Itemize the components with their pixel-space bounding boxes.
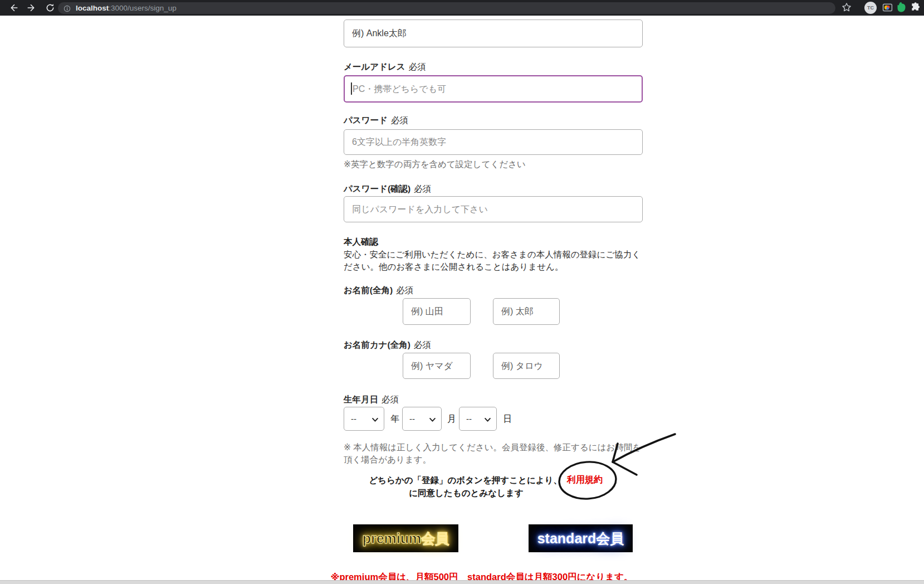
password-label: パスワード必須 xyxy=(344,115,408,126)
year-unit: 年 xyxy=(390,413,399,425)
browser-toolbar: localhost:3000/users/sign_up TC xyxy=(0,0,924,16)
text-caret xyxy=(351,82,352,95)
extension-evernote-icon[interactable] xyxy=(896,2,907,16)
birth-day-select[interactable]: -- xyxy=(459,407,497,431)
required-badge: 必須 xyxy=(409,62,426,71)
required-badge: 必須 xyxy=(414,184,431,193)
email-input[interactable] xyxy=(344,75,643,103)
terms-of-service-link[interactable]: 利用規約 xyxy=(567,474,603,486)
required-badge: 必須 xyxy=(382,395,399,404)
day-unit: 日 xyxy=(503,413,512,425)
chevron-down-icon xyxy=(485,414,491,424)
extensions-puzzle-icon[interactable] xyxy=(910,2,921,15)
birth-month-select[interactable]: -- xyxy=(402,407,442,431)
password-hint: ※英字と数字の両方を含めて設定してください xyxy=(344,159,526,171)
identity-description: 安心・安全にご利用いただくために、お客さまの本人情報の登録にご協力ください。他の… xyxy=(344,249,644,273)
name-kana-label: お名前カナ(全角)必須 xyxy=(344,339,431,351)
url-host: localhost xyxy=(76,4,109,12)
bookmark-star-icon[interactable] xyxy=(841,2,852,15)
signup-page: メールアドレス必須 パスワード必須 ※英字と数字の両方を含めて設定してください … xyxy=(0,16,924,584)
reload-icon[interactable] xyxy=(45,3,55,13)
password-confirm-input[interactable] xyxy=(344,196,643,222)
birthdate-label: 生年月日必須 xyxy=(344,394,399,406)
agreement-line1: どちらかの「登録」のボタンを押すことにより、 xyxy=(344,475,562,486)
family-kana-input[interactable] xyxy=(403,353,471,379)
agreement-line2: に同意したものとみなします xyxy=(344,488,589,499)
forward-icon[interactable] xyxy=(27,3,37,13)
birthdate-note: ※ 本人情報は正しく入力してください。会員登録後、修正するにはお時間を頂く場合が… xyxy=(344,441,647,466)
premium-signup-button[interactable]: premium会員 xyxy=(353,524,458,552)
standard-signup-button[interactable]: standard会員 xyxy=(529,524,633,552)
chevron-down-icon xyxy=(372,414,378,424)
required-badge: 必須 xyxy=(396,285,413,295)
site-info-icon[interactable] xyxy=(63,4,71,12)
required-badge: 必須 xyxy=(414,340,431,349)
url-path: :3000/users/sign_up xyxy=(109,4,177,12)
back-icon[interactable] xyxy=(8,3,18,13)
birth-year-select[interactable]: -- xyxy=(344,407,384,431)
identity-heading: 本人確認 xyxy=(344,236,378,248)
extension-screenshot-icon[interactable] xyxy=(882,2,893,16)
url-bar[interactable]: localhost:3000/users/sign_up xyxy=(58,2,835,14)
nickname-input[interactable] xyxy=(344,20,643,47)
name-label: お名前(全角)必須 xyxy=(344,285,413,296)
password-input[interactable] xyxy=(344,129,643,155)
family-name-input[interactable] xyxy=(403,298,471,325)
email-label: メールアドレス必須 xyxy=(344,61,426,73)
required-badge: 必須 xyxy=(391,115,408,125)
password-confirm-label: パスワード(確認)必須 xyxy=(344,183,431,195)
given-kana-input[interactable] xyxy=(493,353,560,379)
chevron-down-icon xyxy=(429,414,436,424)
extension-tc-icon[interactable]: TC xyxy=(864,2,877,14)
horizontal-scrollbar[interactable] xyxy=(0,580,924,584)
given-name-input[interactable] xyxy=(493,298,560,325)
url-text: localhost:3000/users/sign_up xyxy=(76,4,177,12)
month-unit: 月 xyxy=(447,413,456,425)
